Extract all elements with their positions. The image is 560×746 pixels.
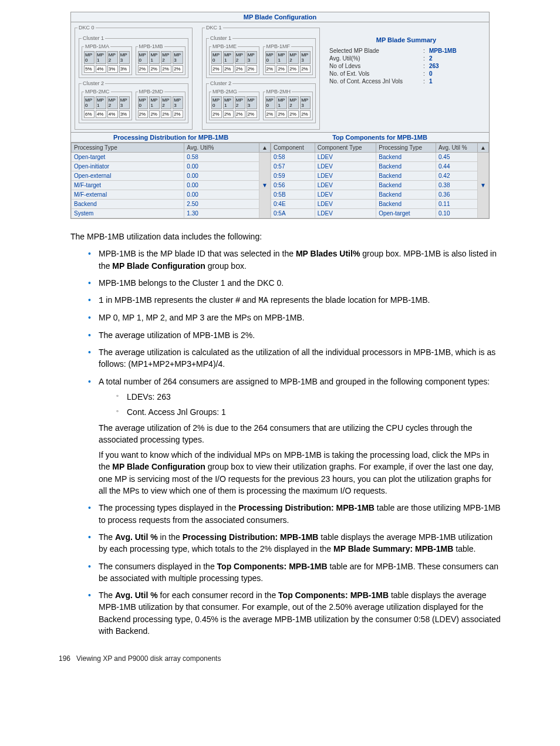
panel-title: MP Blade Configuration (71, 12, 489, 22)
table-row: M/F-target0.00 (72, 181, 271, 190)
list-item: MPB-1MB belongs to the Cluster 1 and the… (88, 277, 501, 289)
blade-mpb-1mf[interactable]: MPB-1MF MP 0 MP 1 MP 2 MP 3 2% (263, 43, 313, 75)
list-item: The consumers displayed in the Top Compo… (88, 561, 501, 585)
pct-cell: 5% (84, 65, 95, 73)
table-row: 0:5BLDEVBackend0.36 (271, 190, 489, 200)
pct-cell: 2% (173, 65, 183, 73)
top-components-section: Top Components for MPB-1MB Component Com… (271, 132, 489, 218)
col-component[interactable]: Component (271, 143, 315, 153)
table-row: 0:57LDEVBackend0.44 (271, 162, 489, 171)
blade-mpb-1me[interactable]: MPB-1ME MP 0 MP 1 MP 2 MP 3 2% (209, 43, 259, 75)
dkc-0-legend: DKC 0 (77, 25, 96, 31)
sub-list-item: Cont. Access Jnl Groups: 1 (116, 406, 501, 418)
col-avg-util[interactable]: Avg. Util% (184, 143, 259, 153)
dkc0-cluster1: Cluster 1 MPB-1MA MP 0 MP 1 MP 2 MP 3 (79, 35, 188, 78)
doc-body: The MPB-1MB utilization data includes th… (70, 231, 501, 637)
table-row: M/F-external0.00 (72, 190, 271, 200)
pct-cell: 2% (138, 65, 149, 73)
table-row: 0:58LDEVBackend0.45▼ (271, 153, 489, 162)
summary-title: MP Blade Summary (329, 36, 483, 43)
table-row: System1.30 (72, 209, 271, 218)
paragraph: If you want to know which of the individ… (99, 449, 501, 497)
mp-cell[interactable]: MP 1 (96, 51, 106, 64)
table-row: Open-external0.00 (72, 171, 271, 181)
scrollbar-track[interactable]: ▼ (478, 153, 489, 218)
page-number: 196 (59, 654, 70, 663)
sub-list: LDEVs: 263 Cont. Access Jnl Groups: 1 (99, 391, 501, 418)
scrollbar[interactable]: ▲ (259, 143, 271, 153)
pct-cell: 3% (107, 65, 118, 73)
top-comp-title: Top Components for MPB-1MB (271, 132, 489, 143)
table-row: 0:56LDEVBackend0.38 (271, 181, 489, 190)
top-comp-table: Component Component Type Processing Type… (271, 143, 489, 218)
mp-cell[interactable]: MP 3 (173, 51, 183, 64)
blade-mpb-1ma[interactable]: MPB-1MA MP 0 MP 1 MP 2 MP 3 5% (82, 43, 132, 75)
pct-cell: 2% (161, 65, 171, 73)
mp-cell[interactable]: MP 0 (84, 51, 95, 64)
col-component-type[interactable]: Component Type (315, 143, 376, 153)
table-row: 0:5ALDEVOpen-target0.10 (271, 209, 489, 218)
intro-text: The MPB-1MB utilization data includes th… (70, 231, 501, 242)
dkc1-cluster2: Cluster 2 MPB-2MG MP 0 MP 1 MP 2 MP 3 (206, 80, 316, 123)
col-processing-type[interactable]: Processing Type (72, 143, 184, 153)
pct-cell: 3% (119, 65, 130, 73)
blade-mpb-2mc[interactable]: MPB-2MC MP 0 MP 1 MP 2 MP 3 6% (82, 89, 132, 120)
list-item: The average utilization is calculated as… (88, 346, 501, 370)
config-area: DKC 0 Cluster 1 MPB-1MA MP 0 MP 1 MP 2 (71, 22, 323, 132)
list-item: The processing types displayed in the Pr… (88, 502, 501, 526)
footer-text: Viewing XP and P9000 disk array componen… (76, 654, 221, 663)
table-row: Open-target0.58▼ (72, 153, 271, 162)
col-avg-util[interactable]: Avg. Util % (436, 143, 478, 153)
mp-blade-screenshot: MP Blade Configuration DKC 0 Cluster 1 M… (70, 12, 490, 219)
pct-cell: 4% (96, 65, 106, 73)
list-item: MPB-1MB is the MP blade ID that was sele… (88, 248, 501, 272)
table-row: 0:59LDEVBackend0.42 (271, 171, 489, 181)
bullet-list: MPB-1MB is the MP blade ID that was sele… (70, 248, 501, 637)
page-footer: 196 Viewing XP and P9000 disk array comp… (59, 654, 560, 663)
sub-list-item: LDEVs: 263 (116, 391, 501, 403)
mp-blade-summary: MP Blade Summary Selected MP Blade:MPB-1… (323, 22, 489, 132)
table-row: 0:4ELDEVBackend0.11 (271, 200, 489, 209)
list-item: The average utilization of MPB-1MB is 2%… (88, 329, 501, 341)
list-item: A total number of 264 consumers are assi… (88, 376, 501, 497)
paragraph: The average utilization of 2% is due to … (99, 422, 501, 446)
pct-cell: 2% (149, 65, 160, 73)
processing-distribution-section: Processing Distribution for MPB-1MB Proc… (71, 132, 271, 218)
col-proc-type[interactable]: Processing Type (376, 143, 436, 153)
scrollbar[interactable]: ▲ (478, 143, 489, 153)
dkc1-cluster1: Cluster 1 MPB-1ME MP 0 MP 1 MP 2 MP 3 (206, 35, 316, 78)
blade-mpb-2mh[interactable]: MPB-2MH MP 0 MP 1 MP 2 MP 3 2% (263, 89, 313, 120)
mp-cell[interactable]: MP 1 (149, 51, 160, 64)
blade-mpb-1mb[interactable]: MPB-1MB MP 0 MP 1 MP 2 MP 3 2% (136, 43, 186, 75)
dkc0-cluster2: Cluster 2 MPB-2MC MP 0 MP 1 MP 2 MP 3 (79, 80, 188, 123)
blade-mpb-2mg[interactable]: MPB-2MG MP 0 MP 1 MP 2 MP 3 2% (209, 89, 259, 120)
table-row: Open-initiator0.00 (72, 162, 271, 171)
list-item: MP 0, MP 1, MP 2, and MP 3 are the MPs o… (88, 312, 501, 323)
mp-cell[interactable]: MP 2 (107, 51, 118, 64)
list-item: The Avg. Util % for each consumer record… (88, 589, 501, 637)
mp-cell[interactable]: MP 3 (119, 51, 130, 64)
table-row: Backend2.50 (72, 200, 271, 209)
scrollbar-track[interactable]: ▼ (259, 153, 271, 218)
proc-dist-table: Processing Type Avg. Util% ▲ Open-target… (71, 143, 271, 218)
mp-cell[interactable]: MP 0 (138, 51, 149, 64)
mp-cell[interactable]: MP 2 (161, 51, 171, 64)
dkc-1: DKC 1 Cluster 1 MPB-1ME MP 0 MP 1 MP 2 (202, 25, 320, 130)
list-item: The Avg. Util % in the Processing Distri… (88, 531, 501, 555)
proc-dist-title: Processing Distribution for MPB-1MB (71, 132, 271, 143)
blade-mpb-2md[interactable]: MPB-2MD MP 0 MP 1 MP 2 MP 3 2% (136, 89, 186, 120)
list-item: 1 in MPB-1MB represents the cluster # an… (88, 294, 501, 306)
dkc-0: DKC 0 Cluster 1 MPB-1MA MP 0 MP 1 MP 2 (75, 25, 193, 130)
